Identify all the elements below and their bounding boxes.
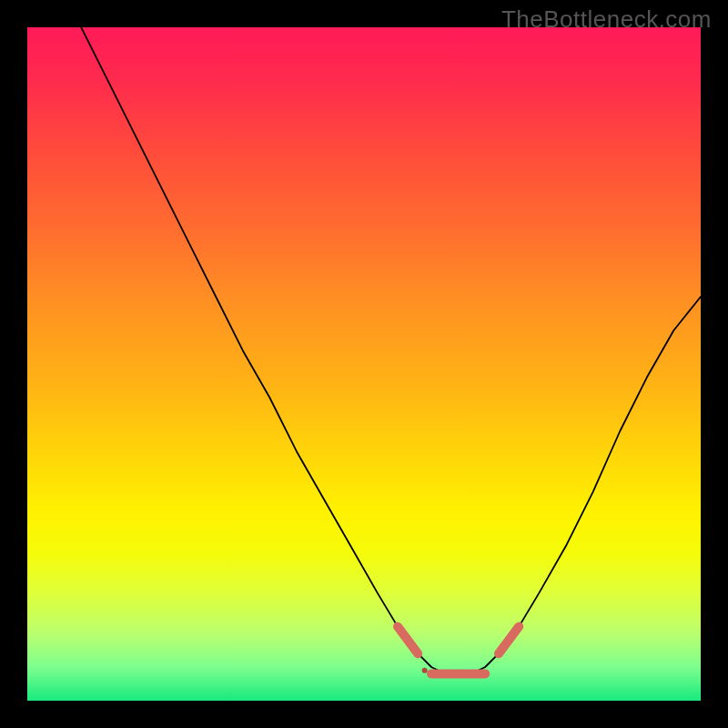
chart-canvas xyxy=(27,27,701,701)
plot-area xyxy=(27,27,701,701)
chart-frame: TheBottleneck.com xyxy=(0,0,728,728)
watermark-text: TheBottleneck.com xyxy=(501,5,712,34)
